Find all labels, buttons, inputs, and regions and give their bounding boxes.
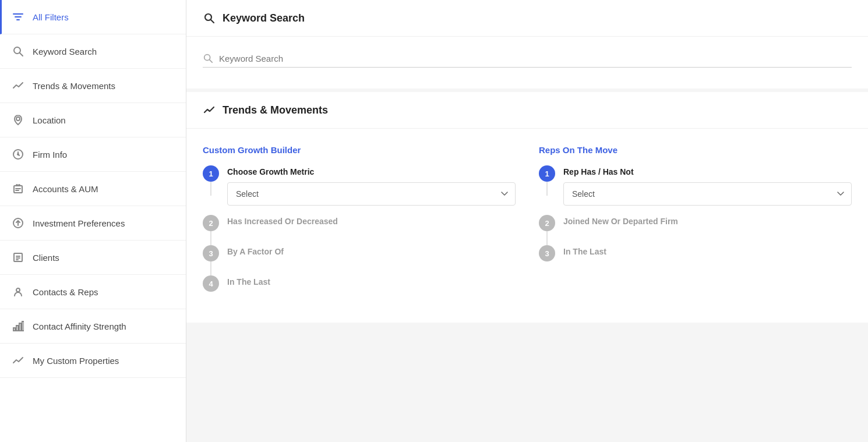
growth-step-2-label: Has Increased Or Decreased [227, 217, 516, 226]
custom-growth-builder-column: Custom Growth Builder 1 Choose Growth Me… [203, 145, 516, 302]
sidebar-item-label: All Filters [33, 12, 69, 22]
reps-step-2-badge: 2 [539, 215, 555, 231]
filter-icon [12, 10, 24, 23]
accounts-icon [12, 182, 24, 195]
growth-step-3-badge: 3 [203, 245, 219, 261]
sidebar-item-label: Accounts & AUM [33, 184, 98, 194]
sidebar-item-label: Contacts & Reps [33, 287, 98, 297]
reps-step-1-badge: 1 [539, 165, 555, 182]
keyword-search-header: Keyword Search [186, 0, 868, 37]
sidebar-item-keyword-search[interactable]: Keyword Search [0, 34, 186, 69]
growth-step-1-line [210, 182, 211, 196]
keyword-search-header-icon [203, 12, 216, 24]
growth-step-1: 1 Choose Growth Metric Select [203, 165, 516, 215]
keyword-input-wrapper [203, 53, 852, 68]
growth-step-4-label: In The Last [227, 277, 516, 287]
contacts-icon [12, 285, 24, 298]
sidebar-item-label: Investment Preferences [33, 218, 125, 228]
reps-step-1-label: Rep Has / Has Not [563, 167, 852, 176]
sidebar-item-label: Firm Info [33, 150, 67, 160]
sidebar-item-clients[interactable]: Clients [0, 241, 186, 275]
growth-step-3-content: By A Factor Of [227, 245, 516, 271]
svg-line-4 [20, 53, 23, 56]
affinity-icon [12, 320, 24, 333]
reps-step-2-label: Joined New Or Departed Firm [563, 217, 852, 226]
keyword-search-section: Keyword Search [186, 0, 868, 89]
growth-step-2-line [210, 231, 211, 245]
sidebar-item-custom-properties[interactable]: My Custom Properties [0, 344, 186, 378]
reps-step-1-content: Rep Has / Has Not Select [563, 165, 852, 215]
growth-step-1-content: Choose Growth Metric Select [227, 165, 516, 215]
keyword-input-search-icon [203, 53, 213, 63]
trends-section-title: Trends & Movements [223, 104, 328, 116]
keyword-search-title: Keyword Search [223, 12, 305, 24]
trend-icon [12, 79, 24, 92]
sidebar-item-label: Location [33, 115, 66, 125]
rep-has-select[interactable]: Select [563, 182, 852, 206]
growth-step-1-label: Choose Growth Metric [227, 167, 516, 176]
sidebar-item-label: Keyword Search [33, 47, 97, 56]
sidebar: All Filters Keyword Search Trends & Move… [0, 0, 186, 442]
reps-on-move-title: Reps On The Move [539, 145, 852, 155]
keyword-search-input[interactable] [219, 54, 852, 63]
reps-step-2-content: Joined New Or Departed Firm [563, 215, 852, 241]
custom-growth-builder-title: Custom Growth Builder [203, 145, 516, 155]
sidebar-item-label: My Custom Properties [33, 356, 119, 366]
sidebar-item-investment-preferences[interactable]: Investment Preferences [0, 206, 186, 241]
svg-line-24 [210, 60, 213, 63]
firm-icon [12, 148, 24, 161]
growth-step-3-label: By A Factor Of [227, 247, 516, 256]
location-icon [12, 114, 24, 126]
search-icon [12, 45, 24, 58]
trends-movements-header: Trends & Movements [186, 92, 868, 129]
svg-point-7 [17, 154, 19, 155]
sidebar-item-firm-info[interactable]: Firm Info [0, 137, 186, 172]
main-content: Keyword Search Trends & Movements [186, 0, 868, 442]
growth-step-4-badge: 4 [203, 275, 219, 292]
svg-rect-17 [13, 328, 15, 331]
reps-step-1: 1 Rep Has / Has Not Select [539, 165, 852, 215]
reps-step-3-content: In The Last [563, 245, 852, 271]
reps-step-2-line [546, 231, 548, 245]
investment-icon [12, 217, 24, 229]
sidebar-item-accounts-aum[interactable]: Accounts & AUM [0, 172, 186, 206]
growth-step-4-content: In The Last [227, 275, 516, 302]
growth-step-4: 4 In The Last [203, 275, 516, 302]
growth-step-3-line [210, 261, 211, 275]
svg-point-5 [16, 117, 20, 121]
growth-metric-select[interactable]: Select [227, 182, 516, 206]
sidebar-item-location[interactable]: Location [0, 103, 186, 137]
custom-icon [12, 354, 24, 367]
reps-on-the-move-column: Reps On The Move 1 Rep Has / Has Not Sel… [539, 145, 852, 302]
growth-step-1-badge: 1 [203, 165, 219, 182]
sidebar-item-trends[interactable]: Trends & Movements [0, 69, 186, 103]
svg-point-16 [16, 288, 20, 292]
growth-step-3: 3 By A Factor Of [203, 245, 516, 275]
growth-step-2-content: Has Increased Or Decreased [227, 215, 516, 241]
svg-line-22 [211, 20, 214, 23]
sidebar-item-label: Clients [33, 253, 59, 263]
trends-header-icon [203, 104, 216, 116]
trends-body: Custom Growth Builder 1 Choose Growth Me… [186, 129, 868, 323]
sidebar-item-all-filters[interactable]: All Filters [0, 0, 186, 34]
reps-step-3: 3 In The Last [539, 245, 852, 271]
clients-icon [12, 251, 24, 264]
sidebar-item-contacts-reps[interactable]: Contacts & Reps [0, 275, 186, 309]
reps-step-1-line [546, 182, 548, 196]
trends-movements-section: Trends & Movements Custom Growth Builder… [186, 92, 868, 323]
svg-rect-19 [19, 323, 21, 331]
sidebar-item-label: Contact Affinity Strength [33, 321, 126, 331]
growth-step-2-badge: 2 [203, 215, 219, 231]
reps-step-3-badge: 3 [539, 245, 555, 261]
keyword-search-body [186, 37, 868, 89]
svg-rect-18 [16, 326, 18, 331]
sidebar-item-contact-affinity[interactable]: Contact Affinity Strength [0, 309, 186, 344]
sidebar-item-label: Trends & Movements [33, 81, 115, 91]
svg-rect-20 [22, 321, 24, 331]
reps-step-2: 2 Joined New Or Departed Firm [539, 215, 852, 245]
reps-step-3-label: In The Last [563, 247, 852, 256]
growth-step-2: 2 Has Increased Or Decreased [203, 215, 516, 245]
